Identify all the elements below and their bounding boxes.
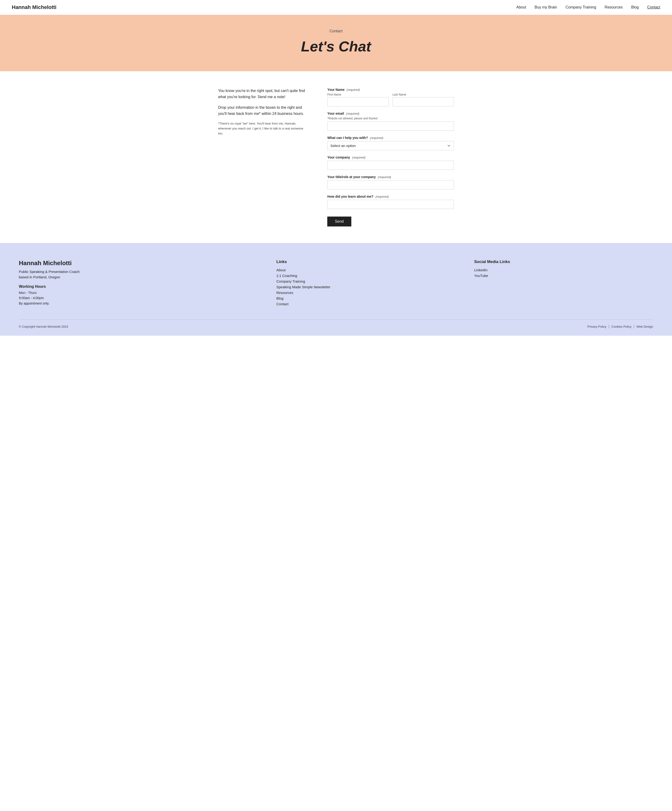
nav-about[interactable]: About — [516, 5, 526, 9]
intro-paragraph-2: Drop your information in the boxes to th… — [218, 105, 308, 117]
first-name-col: First Name — [327, 93, 389, 106]
footer-brand-col: Hannah Michelotti Public Speaking & Pres… — [19, 260, 257, 308]
footer-social-heading: Social Media Links — [474, 260, 653, 264]
email-note: *Robots not allowed, please and thanks! — [327, 117, 454, 120]
footer-working-hours: Working Hours Mon - Thurs 9:00am - 4:00p… — [19, 285, 257, 306]
intro-paragraph-1: You know you're in the right spot, but c… — [218, 88, 308, 100]
footer-privacy-policy[interactable]: Privacy Policy — [587, 325, 606, 328]
help-label: What can I help you with? (required) — [327, 136, 454, 140]
company-input[interactable] — [327, 161, 454, 170]
name-row: First Name Last Name — [327, 93, 454, 106]
nav-contact[interactable]: Contact — [647, 5, 660, 9]
footer-links-col: Links About 1:1 Coaching Company Trainin… — [276, 260, 455, 308]
footer-cookies-policy[interactable]: Cookies Policy — [611, 325, 631, 328]
main-content: You know you're in the right spot, but c… — [207, 88, 465, 226]
footer-social-list: LinkedIn YouTube — [474, 268, 653, 278]
footer-link-blog[interactable]: Blog — [276, 296, 283, 300]
footer-social-youtube[interactable]: YouTube — [474, 274, 488, 278]
name-label: Your Name (required) — [327, 88, 454, 92]
footer-links-heading: Links — [276, 260, 455, 264]
footer-link-about[interactable]: About — [276, 268, 286, 272]
title-label: Your title/role at your company (require… — [327, 175, 454, 179]
learn-label: How did you learn about me? (required) — [327, 195, 454, 199]
footer-bottom: © Copyright Hannah Michelotti 2024 Priva… — [19, 319, 653, 329]
page-title: Let's Chat — [5, 38, 667, 55]
footer-link-coaching[interactable]: 1:1 Coaching — [276, 274, 297, 278]
last-name-col: Last Name — [393, 93, 454, 106]
footer-social-linkedin[interactable]: LinkedIn — [474, 268, 487, 272]
last-name-input[interactable] — [393, 97, 454, 106]
company-group: Your company (required) — [327, 156, 454, 170]
footer-social-col: Social Media Links LinkedIn YouTube — [474, 260, 653, 308]
email-group: Your email (required) *Robots not allowe… — [327, 112, 454, 131]
help-select[interactable]: Select an option 1:1 Coaching Company Tr… — [327, 141, 454, 150]
learn-input[interactable] — [327, 200, 454, 209]
email-label: Your email (required) — [327, 112, 454, 115]
name-group: Your Name (required) First Name Last Nam… — [327, 88, 454, 106]
contact-form: Your Name (required) First Name Last Nam… — [327, 88, 454, 226]
intro-text: You know you're in the right spot, but c… — [218, 88, 308, 141]
footer-brand-name: Hannah Michelotti — [19, 260, 257, 267]
site-logo[interactable]: Hannah Michelotti — [12, 4, 56, 10]
hero-section: Contact Let's Chat — [0, 15, 672, 71]
footer-link-company-training[interactable]: Company Training — [276, 279, 305, 283]
email-input[interactable] — [327, 122, 454, 131]
footer-link-resources[interactable]: Resources — [276, 291, 293, 295]
learn-group: How did you learn about me? (required) — [327, 195, 454, 209]
contact-form-container: Your Name (required) First Name Last Nam… — [327, 88, 454, 226]
first-name-input[interactable] — [327, 97, 389, 106]
footer-link-newsletter[interactable]: Speaking Made Simple Newsletter — [276, 285, 330, 289]
footer-link-contact[interactable]: Contact — [276, 302, 289, 306]
nav-company-training[interactable]: Company Training — [565, 5, 596, 9]
breadcrumb: Contact — [5, 29, 667, 33]
title-group: Your title/role at your company (require… — [327, 175, 454, 189]
footer-links-list: About 1:1 Coaching Company Training Spea… — [276, 268, 455, 306]
footer-description: Public Speaking & Presentation Coach bas… — [19, 269, 257, 280]
footer-copyright: © Copyright Hannah Michelotti 2024 — [19, 325, 68, 328]
nav-links: About Buy my Brain Company Training Reso… — [516, 5, 660, 9]
footer-bottom-links: Privacy Policy | Cookies Policy | Web De… — [587, 324, 653, 329]
footer-hours-note: By appointment only. — [19, 301, 257, 306]
footer-top: Hannah Michelotti Public Speaking & Pres… — [19, 260, 653, 308]
title-input[interactable] — [327, 180, 454, 189]
last-name-label: Last Name — [393, 93, 454, 96]
help-group: What can I help you with? (required) Sel… — [327, 136, 454, 150]
intro-footnote: *There's no royal "we" here. You'll hear… — [218, 121, 308, 136]
nav-resources[interactable]: Resources — [604, 5, 623, 9]
nav-blog[interactable]: Blog — [631, 5, 639, 9]
footer-web-design[interactable]: Web Design — [636, 325, 653, 328]
footer-hours-time: 9:00am - 4:00pm — [19, 295, 257, 300]
first-name-label: First Name — [327, 93, 389, 96]
site-footer: Hannah Michelotti Public Speaking & Pres… — [0, 243, 672, 336]
footer-hours-days: Mon - Thurs — [19, 290, 257, 295]
nav-buy-my-brain[interactable]: Buy my Brain — [535, 5, 557, 9]
send-button[interactable]: Send — [327, 217, 351, 226]
main-nav: Hannah Michelotti About Buy my Brain Com… — [0, 0, 672, 15]
company-label: Your company (required) — [327, 156, 454, 159]
